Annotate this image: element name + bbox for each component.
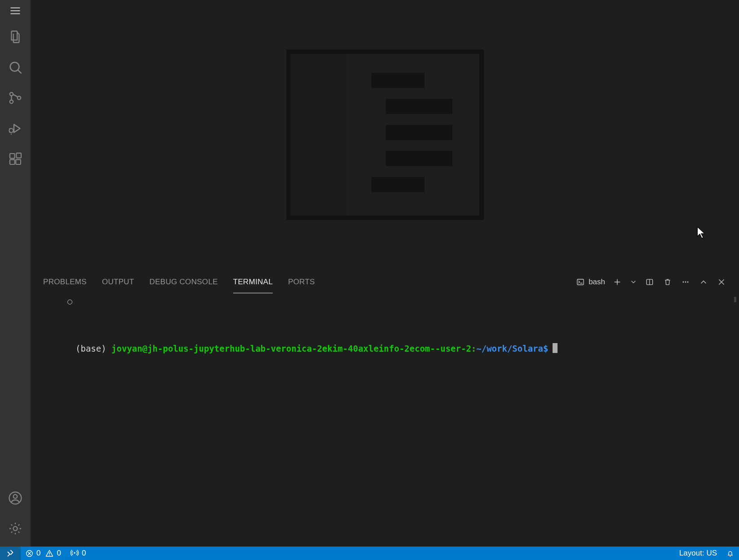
terminal-profile-dropdown[interactable]: [628, 275, 638, 289]
terminal-decoration-icon: [67, 300, 72, 304]
remote-indicator[interactable]: [0, 547, 21, 560]
tab-problems[interactable]: PROBLEMS: [43, 270, 87, 293]
terminal-profile-icon: [576, 278, 585, 287]
tab-ports[interactable]: PORTS: [288, 270, 315, 293]
sidebar-item-search[interactable]: [0, 52, 31, 83]
terminal-prompt-symbol: $: [543, 344, 548, 353]
svg-point-22: [685, 281, 686, 282]
terminal-profile-label[interactable]: bash: [576, 278, 605, 287]
svg-point-11: [13, 526, 17, 530]
sidebar-item-accounts[interactable]: [0, 483, 31, 513]
svg-point-21: [683, 281, 684, 282]
svg-point-23: [687, 281, 689, 282]
kill-terminal-button[interactable]: [661, 275, 674, 289]
sidebar-item-source-control[interactable]: [0, 83, 31, 113]
panel-header: PROBLEMS OUTPUT DEBUG CONSOLE TERMINAL P…: [31, 270, 739, 293]
sidebar-item-extensions[interactable]: [0, 144, 31, 174]
chevron-down-icon: [630, 278, 637, 286]
svg-rect-6: [10, 159, 15, 164]
account-icon: [8, 490, 23, 506]
status-bar: 0 0 0 Layout: US: [0, 547, 739, 560]
tab-output[interactable]: OUTPUT: [102, 270, 134, 293]
sidebar-item-settings[interactable]: [0, 513, 31, 544]
ellipsis-icon: [681, 278, 690, 287]
svg-point-25: [74, 552, 75, 554]
activity-bar: [0, 0, 31, 547]
gear-icon: [8, 521, 23, 536]
status-problems[interactable]: 0 0: [21, 547, 66, 560]
svg-point-1: [10, 93, 13, 96]
terminal-user-host: jovyan@jh-polus-jupyterhub-lab-veronica-…: [111, 344, 471, 353]
svg-rect-17: [386, 151, 452, 166]
split-terminal-button[interactable]: [643, 275, 656, 289]
tab-terminal[interactable]: TERMINAL: [233, 270, 273, 293]
svg-rect-19: [577, 279, 584, 285]
editor-watermark-icon: [286, 49, 484, 220]
status-notifications[interactable]: [721, 547, 739, 560]
more-actions-button[interactable]: [679, 275, 692, 289]
svg-rect-16: [386, 125, 452, 140]
tab-debug-console[interactable]: DEBUG CONSOLE: [150, 270, 218, 293]
run-debug-icon: [7, 120, 23, 137]
terminal-output[interactable]: (base) jovyan@jh-polus-jupyterhub-lab-ve…: [31, 293, 739, 547]
source-control-icon: [8, 90, 23, 106]
chevron-up-icon: [699, 278, 708, 287]
bell-icon: [726, 549, 735, 558]
svg-point-2: [10, 100, 13, 103]
svg-point-3: [18, 96, 21, 99]
maximize-panel-button[interactable]: [697, 275, 710, 289]
svg-rect-8: [16, 153, 21, 158]
terminal-env: (base): [75, 344, 106, 353]
error-icon: [25, 549, 34, 558]
files-icon: [8, 29, 23, 44]
menu-button[interactable]: [0, 0, 31, 22]
status-keyboard-layout[interactable]: Layout: US: [675, 547, 721, 560]
terminal-colon: :: [471, 344, 476, 353]
svg-rect-15: [386, 99, 452, 114]
bottom-panel: PROBLEMS OUTPUT DEBUG CONSOLE TERMINAL P…: [31, 269, 739, 547]
mouse-cursor-icon: [696, 226, 706, 239]
close-panel-button[interactable]: [715, 275, 728, 289]
sidebar-item-run-debug[interactable]: [0, 113, 31, 144]
extensions-icon: [8, 152, 22, 166]
plus-icon: [613, 278, 622, 287]
trash-icon: [663, 278, 672, 287]
svg-rect-18: [372, 177, 425, 192]
new-terminal-button[interactable]: [611, 275, 624, 289]
status-layout-label: Layout: US: [679, 549, 717, 558]
status-ports-count: 0: [82, 549, 86, 558]
terminal-cursor: [553, 343, 558, 353]
search-icon: [8, 60, 23, 75]
sidebar-item-explorer[interactable]: [0, 22, 31, 52]
status-ports[interactable]: 0: [66, 547, 90, 560]
svg-rect-5: [10, 154, 15, 159]
close-icon: [717, 278, 726, 286]
svg-rect-14: [372, 73, 425, 88]
terminal-scrollbar[interactable]: [734, 297, 736, 302]
status-errors-count: 0: [36, 549, 40, 558]
radio-tower-icon: [70, 549, 79, 558]
svg-rect-13: [288, 51, 346, 218]
svg-point-10: [13, 494, 18, 498]
hamburger-icon: [9, 5, 21, 17]
split-panel-icon: [645, 278, 654, 287]
status-warnings-count: 0: [57, 549, 61, 558]
svg-rect-7: [16, 159, 21, 164]
editor-area: [31, 0, 739, 269]
terminal-profile-name: bash: [589, 278, 605, 287]
remote-icon: [5, 548, 15, 558]
terminal-path: ~/work/Solara: [476, 344, 543, 353]
warning-icon: [45, 549, 54, 558]
